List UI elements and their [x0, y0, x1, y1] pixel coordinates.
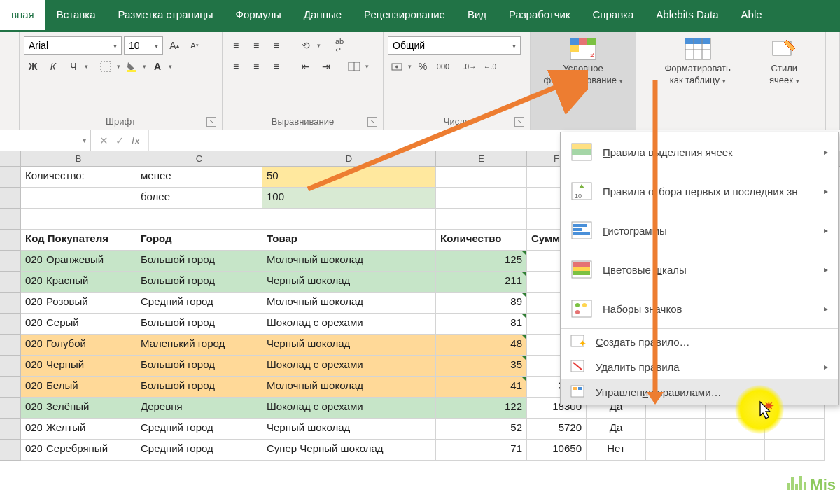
increase-indent-icon[interactable]: ⇥	[317, 57, 335, 76]
cell[interactable]: Голубой	[42, 335, 136, 356]
font-dialog-launcher[interactable]: ⤡	[206, 117, 216, 127]
align-center-icon[interactable]: ≡	[247, 57, 265, 76]
fill-color-button[interactable]	[122, 57, 141, 76]
cell[interactable]: 020	[21, 419, 42, 440]
table-header[interactable]: Код Покупателя	[21, 230, 136, 251]
cell[interactable]: Большой город	[136, 251, 262, 272]
cell[interactable]: 020	[21, 440, 42, 461]
align-top-icon[interactable]: ≡	[227, 36, 245, 55]
cf-icon-sets[interactable]: Наборы значков▸	[561, 289, 838, 328]
cell[interactable]: 020	[21, 356, 42, 377]
cell[interactable]: Деревня	[136, 398, 262, 419]
cell[interactable]: Большой город	[136, 272, 262, 293]
cell[interactable]: 100	[262, 188, 436, 209]
table-header[interactable]: Количество	[436, 230, 527, 251]
col-header[interactable]: E	[436, 151, 527, 166]
cf-color-scales[interactable]: Цветовые шкалы▸	[561, 250, 838, 289]
cell[interactable]: Черный шоколад	[262, 419, 436, 440]
cell[interactable]: 125	[436, 251, 527, 272]
tab-home[interactable]: вная	[0, 0, 46, 30]
cell[interactable]: 020	[21, 314, 42, 335]
cell[interactable]: Шоколад с орехами	[262, 398, 436, 419]
cell[interactable]: 50	[262, 167, 436, 188]
align-left-icon[interactable]: ≡	[227, 57, 245, 76]
cell[interactable]: Да	[587, 419, 646, 440]
decrease-font-icon[interactable]: A▾	[186, 36, 204, 55]
italic-button[interactable]: К	[44, 57, 62, 76]
cell[interactable]: 10650	[527, 440, 587, 461]
cell[interactable]: 211	[436, 272, 527, 293]
font-name-combo[interactable]: Arial▾	[24, 36, 122, 55]
cell[interactable]: 41	[436, 377, 527, 398]
format-as-table-button[interactable]: Форматировать как таблицу ▾	[652, 32, 743, 130]
tab-view[interactable]: Вид	[456, 0, 498, 30]
cell[interactable]: Черный	[42, 356, 136, 377]
fx-icon[interactable]: fx	[132, 134, 140, 146]
cell[interactable]: Средний город	[136, 293, 262, 314]
cell[interactable]: Оранжевый	[42, 251, 136, 272]
cell[interactable]: 35	[436, 356, 527, 377]
cell[interactable]: Супер Черный шоколад	[262, 440, 436, 461]
cell[interactable]: Молочный шоколад	[262, 293, 436, 314]
cell[interactable]: 52	[436, 419, 527, 440]
enter-formula-icon[interactable]: ✓	[115, 134, 125, 147]
table-header[interactable]: Город	[136, 230, 262, 251]
name-box[interactable]: ▾	[0, 130, 91, 150]
cell[interactable]: 020	[21, 272, 42, 293]
cell[interactable]: Розовый	[42, 293, 136, 314]
cell[interactable]: Молочный шоколад	[262, 377, 436, 398]
cell-styles-button[interactable]: Стили ячеек ▾	[760, 32, 808, 130]
tab-ablebits-data[interactable]: Ablebits Data	[645, 0, 729, 30]
cf-clear-rules[interactable]: Удалить правила▸	[561, 354, 838, 379]
col-header[interactable]: B	[21, 151, 136, 166]
cell[interactable]: 020	[21, 293, 42, 314]
align-middle-icon[interactable]: ≡	[247, 36, 265, 55]
align-bottom-icon[interactable]: ≡	[267, 36, 286, 55]
cf-top-bottom-rules[interactable]: 10 Правила отбора первых и последних зн▸	[561, 172, 838, 211]
currency-icon[interactable]	[388, 57, 406, 76]
cell[interactable]: более	[136, 188, 262, 209]
cf-data-bars[interactable]: Гистограммы▸	[561, 211, 838, 250]
orientation-icon[interactable]: ⟲	[297, 36, 315, 55]
cf-highlight-rules[interactable]: Правила выделения ячеек▸	[561, 132, 838, 172]
cf-new-rule[interactable]: ✦ Создать правило…	[561, 328, 838, 354]
tab-formulas[interactable]: Формулы	[225, 0, 293, 30]
borders-button[interactable]	[97, 57, 115, 76]
conditional-formatting-button[interactable]: ≠ Условное форматирование ▾	[531, 32, 636, 130]
increase-decimal-icon[interactable]: .0→	[461, 57, 479, 76]
cell[interactable]: 020	[21, 377, 42, 398]
cell[interactable]: Белый	[42, 377, 136, 398]
cell[interactable]: 020	[21, 251, 42, 272]
cell[interactable]: менее	[136, 167, 262, 188]
cell[interactable]: 5720	[527, 419, 587, 440]
increase-font-icon[interactable]: A▴	[165, 36, 183, 55]
tab-ablebits-more[interactable]: Able	[730, 0, 774, 30]
cell[interactable]: Большой город	[136, 377, 262, 398]
comma-style-icon[interactable]: 000	[434, 57, 452, 76]
cell[interactable]: 122	[436, 398, 527, 419]
cell[interactable]: Большой город	[136, 356, 262, 377]
cell[interactable]: Желтый	[42, 419, 136, 440]
cell[interactable]: Серебряный	[42, 440, 136, 461]
cell[interactable]: 48	[436, 335, 527, 356]
bold-button[interactable]: Ж	[24, 57, 42, 76]
cell[interactable]: 020	[21, 335, 42, 356]
cell[interactable]: Серый	[42, 314, 136, 335]
merge-cells-icon[interactable]	[345, 57, 363, 76]
cell[interactable]: Средний город	[136, 440, 262, 461]
tab-help[interactable]: Справка	[582, 0, 645, 30]
percent-icon[interactable]: %	[414, 57, 432, 76]
cell[interactable]: Большой город	[136, 314, 262, 335]
col-header[interactable]: C	[136, 151, 262, 166]
cell[interactable]: Зелёный	[42, 398, 136, 419]
cell[interactable]: 020	[21, 398, 42, 419]
tab-developer[interactable]: Разработчик	[498, 0, 581, 30]
cell[interactable]: Нет	[587, 440, 646, 461]
cell[interactable]: Маленький город	[136, 335, 262, 356]
cell[interactable]: Шоколад с орехами	[262, 314, 436, 335]
decrease-decimal-icon[interactable]: ←.0	[481, 57, 499, 76]
cell[interactable]	[436, 167, 527, 188]
cell[interactable]: 71	[436, 440, 527, 461]
align-dialog-launcher[interactable]: ⤡	[368, 117, 377, 127]
cell[interactable]: Молочный шоколад	[262, 251, 436, 272]
